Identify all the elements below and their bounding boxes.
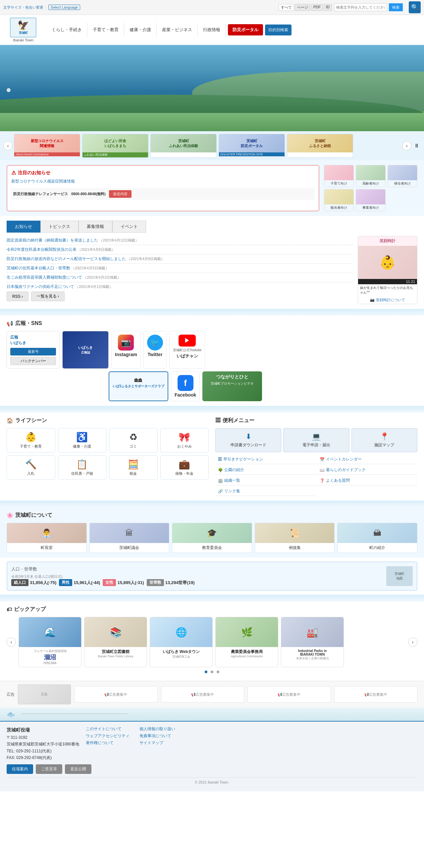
- notice-card-elderly[interactable]: 高齢者向け: [356, 165, 386, 187]
- about-education-board[interactable]: 🎓 教育委員会: [172, 523, 252, 553]
- hiroba-new-btn[interactable]: 最新号: [10, 348, 56, 355]
- about-regulations[interactable]: 📜 例規集: [255, 523, 335, 553]
- footer-link-about[interactable]: このサイトについて: [86, 726, 130, 732]
- tab-recruitment[interactable]: 募集情報: [78, 221, 112, 232]
- promo-card[interactable]: つながりとひと 茨城町プロモーションビデオ: [202, 371, 262, 401]
- pickup-hinuma[interactable]: 🌊 ラムサール条約登録湿地 涸沼 HINUMA: [19, 617, 81, 667]
- life-trash[interactable]: ♻ ゴミ: [109, 428, 158, 453]
- footer-link-sitemap[interactable]: サイトマップ: [139, 740, 175, 746]
- quick-link-faq[interactable]: ❓よくある質問: [317, 476, 417, 485]
- quick-link-links[interactable]: 🔗リンク集: [215, 487, 316, 496]
- quick-link-calendar[interactable]: 📅イベントカレンダー: [317, 455, 417, 464]
- nav-target-search[interactable]: 目的別検索: [265, 25, 292, 35]
- life-health[interactable]: ♿ 健康・介護: [58, 428, 107, 453]
- footer-btn-recent[interactable]: 直近公開: [65, 764, 91, 774]
- news-item-1[interactable]: 固定資産税の納付書（納税通知書）を発送しました （2021年4月12日掲載）: [7, 236, 353, 245]
- banner-pause-btn[interactable]: ⏸: [413, 142, 421, 150]
- ad-item-4[interactable]: 📢広告募集中: [334, 686, 418, 703]
- youtube-card[interactable]: ▶ 茨城町公式Youtube いばチャン: [169, 331, 205, 369]
- pickup-prev-btn[interactable]: ‹: [7, 638, 16, 647]
- pickup-agricultural[interactable]: 🌿 農業委員会事務局 Agricultural Commission: [215, 617, 278, 667]
- news-item-6[interactable]: 日本脳炎ワクチンの供給不足について （2021年4月1日掲載）: [7, 282, 353, 289]
- ad-item-2[interactable]: 📢広告募集中: [161, 686, 244, 703]
- life-tax[interactable]: 🧮 税金: [109, 455, 158, 480]
- about-mayor[interactable]: 👨‍💼 町長室: [7, 523, 87, 553]
- about-town[interactable]: 🏔 町の紹介: [337, 523, 417, 553]
- quick-digital[interactable]: 💻 電子申請・届出: [283, 428, 349, 452]
- quick-link-org[interactable]: 🏢組織一覧: [215, 476, 316, 485]
- ad-item-3[interactable]: 📢広告募集中: [248, 686, 331, 703]
- search-icon-btn[interactable]: 🔍: [409, 1, 421, 13]
- about-education-label: 教育委員会: [172, 543, 252, 553]
- news-item-2[interactable]: 令和2年度住民基本台帳閲覧状況の公表 （2021年4月8日掲載）: [7, 245, 353, 254]
- pickup-library[interactable]: 📚 茨城町立図書館 Ibaraki Town Public Library: [84, 617, 147, 667]
- quick-map[interactable]: 📍 施設マップ: [352, 428, 417, 452]
- site-logo[interactable]: 🦅 茨城町 Ibaraki Town: [0, 15, 46, 45]
- nav-admin[interactable]: 行政情報: [198, 23, 226, 37]
- facebook-card[interactable]: f Facebook: [171, 371, 200, 401]
- footer-link-privacy[interactable]: 個人情報の取り扱い: [139, 726, 175, 732]
- life-insurance[interactable]: 💼 保険・年金: [160, 455, 209, 480]
- notice-card-business[interactable]: 事業者向け: [356, 189, 386, 211]
- search-tab-all[interactable]: すべて: [279, 4, 294, 11]
- ad-banner-image[interactable]: 広告: [18, 684, 71, 704]
- pickup-webtown[interactable]: 🌐 いばらき Webタウン 茨城町商工会: [150, 617, 213, 667]
- pickup-industrial[interactable]: 🏭 Industrial Parks inIBARAKI TOWN 未来を拓く企…: [281, 617, 344, 667]
- search-tab-id[interactable]: ID: [324, 4, 332, 11]
- instagram-card[interactable]: 📷 Instagram: [111, 331, 141, 369]
- search-button[interactable]: 検索: [389, 3, 403, 11]
- tab-events[interactable]: イベント: [112, 221, 146, 232]
- banner-inaka[interactable]: ほどよい田舎いばらきまち ふれあい民治体験: [82, 134, 149, 158]
- hiroba-card[interactable]: いばらき広報誌: [62, 331, 109, 369]
- notice-card-tourist[interactable]: 観光者向け: [324, 189, 354, 211]
- tab-topics[interactable]: トピックス: [40, 221, 78, 232]
- footer-link-copyright[interactable]: 著作権について: [86, 740, 130, 746]
- search-tab-pdf[interactable]: PDF: [311, 4, 323, 11]
- hiroba-back-btn[interactable]: バックナンバー: [10, 357, 56, 365]
- supporter-card-1[interactable]: 🏘 いば3ふるさとサポーターズクラブ: [109, 371, 168, 401]
- select-language-btn[interactable]: Select Language: [48, 5, 80, 10]
- banner-covid[interactable]: 新型コロナウイルス関連情報 About Novel Coronavirus: [14, 134, 80, 158]
- nav-childcare[interactable]: 子育て・教育: [88, 23, 124, 37]
- ad-item-1[interactable]: 📢広告募集中: [74, 686, 158, 703]
- news-item-5[interactable]: 生ごみ処理容器等購入費補助制度について （2021年4月2日掲載）: [7, 273, 353, 282]
- twitter-card[interactable]: 🐦 Twitter: [143, 331, 167, 369]
- nav-health[interactable]: 健康・介護: [124, 23, 157, 37]
- quick-download[interactable]: ⬇ 申請書ダウンロード: [215, 428, 281, 452]
- life-childcare[interactable]: 👶 子育て・教育: [7, 428, 55, 453]
- banner-next-btn[interactable]: ›: [402, 141, 412, 150]
- tab-news[interactable]: お知らせ: [7, 221, 40, 232]
- news-item-3[interactable]: 防災行政無線の放送内容などのメール配信サービスを開始しました （2021年4月8…: [7, 254, 353, 264]
- tax-icon: 🧮: [111, 459, 156, 470]
- footer-btn-feedback[interactable]: ご意見等: [36, 764, 62, 774]
- search-tab-page[interactable]: ページ: [295, 4, 311, 11]
- quick-link-navigation[interactable]: ☰早引きナビゲーション: [215, 455, 316, 464]
- notice-covid-link[interactable]: 新型コロナウイルス感染症関連情報: [11, 179, 75, 184]
- notice-card-migrant[interactable]: 移住者向け: [388, 165, 417, 187]
- search-input[interactable]: [334, 3, 387, 11]
- banner-fureai[interactable]: 茨城町ふれあい民治体験: [151, 134, 217, 158]
- nav-life[interactable]: くらし・手続き: [46, 23, 88, 37]
- smile-clock-link[interactable]: 📷 笑顔時計について: [358, 296, 417, 304]
- broadcast-btn[interactable]: 放送内容: [109, 190, 131, 198]
- life-registry[interactable]: 📋 住民票・戸籍: [58, 455, 107, 480]
- footer-btn-office[interactable]: 役場案内: [7, 764, 33, 774]
- quick-link-guide[interactable]: 📖暮らしのガイドブック: [317, 465, 417, 475]
- life-funeral[interactable]: 🎀 おくやみ: [160, 428, 209, 453]
- footer-link-accessibility[interactable]: ウェブアクセシビリティ: [86, 733, 130, 739]
- nav-industry[interactable]: 産業・ビジネス: [157, 23, 198, 37]
- notice-card-childcare[interactable]: 子育て向け: [324, 165, 354, 187]
- banner-prev-btn[interactable]: ‹: [3, 141, 12, 150]
- font-size-change-link[interactable]: 文字サイズ・色合い変更: [3, 5, 43, 10]
- news-item-4[interactable]: 茨城町の住民基本台帳人口・世帯数 （2021年4月5日掲載）: [7, 264, 353, 273]
- about-assembly[interactable]: 🏛 茨城町議会: [90, 523, 170, 553]
- footer-link-disclaimer[interactable]: 免責事項について: [139, 733, 175, 739]
- quick-link-park[interactable]: 🌳公園の紹介: [215, 465, 316, 475]
- rss-btn[interactable]: RSS ›: [7, 291, 29, 301]
- nav-bousai[interactable]: 防災ポータル: [228, 24, 263, 35]
- pickup-next-btn[interactable]: ›: [408, 638, 417, 647]
- banner-bousai[interactable]: 茨城町防災ポータル DISASTER PREVENTION SITE: [219, 134, 285, 158]
- banner-furusato[interactable]: 茨城町ふるさと納税: [287, 134, 353, 158]
- list-all-btn[interactable]: 一覧を見る ›: [31, 291, 65, 301]
- life-bid[interactable]: 🔨 入札: [7, 455, 55, 480]
